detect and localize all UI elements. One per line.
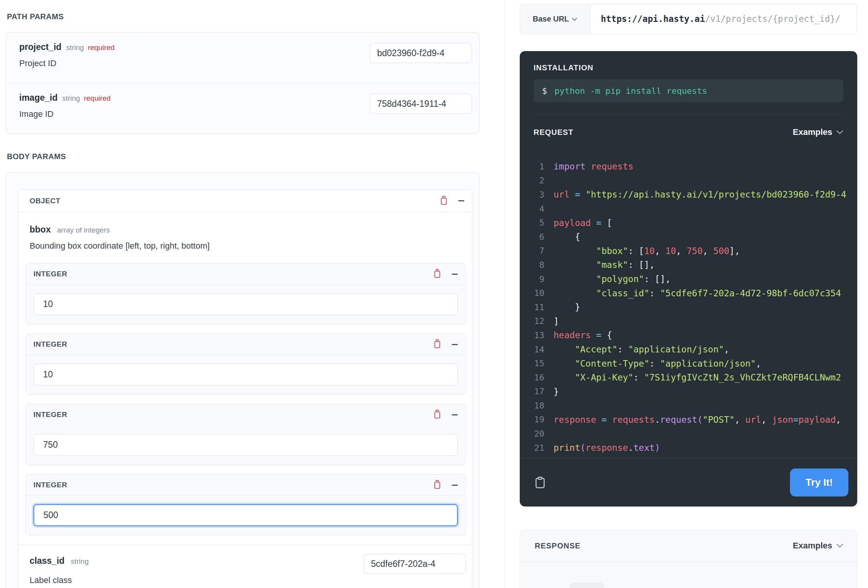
- delete-integer-button[interactable]: [433, 409, 441, 420]
- request-examples-dropdown[interactable]: Examples: [793, 127, 843, 137]
- code-line-15: 15 "Content-Type": "application/json",: [534, 356, 857, 370]
- integer-card-header: INTEGER: [26, 475, 466, 496]
- integer-card-3: INTEGER 500: [25, 474, 466, 535]
- code-text: "Content-Type": "application/json",: [554, 359, 761, 369]
- code-line-18: 18: [534, 399, 857, 413]
- line-number: 15: [534, 359, 544, 368]
- clipboard-icon: [535, 477, 545, 488]
- collapse-integer-button[interactable]: [452, 274, 458, 275]
- integer-type-label: INTEGER: [33, 410, 433, 419]
- integer-card-body: 750: [26, 425, 466, 465]
- param-name: image_id: [19, 93, 58, 103]
- integer-type-label: INTEGER: [33, 270, 433, 278]
- integer-input-0[interactable]: 10: [33, 293, 458, 315]
- class-id-field-name: class_id: [30, 556, 65, 566]
- trash-icon: [433, 480, 441, 490]
- collapse-integer-button[interactable]: [452, 344, 458, 345]
- integer-card-header: INTEGER: [26, 334, 466, 355]
- class-id-input[interactable]: 5cdfe6f7-202a-4: [364, 554, 466, 574]
- base-url-host: https://api.hasty.ai: [601, 14, 705, 24]
- integer-card-header: INTEGER: [26, 264, 466, 285]
- code-text: }: [554, 302, 580, 312]
- collapse-object-button[interactable]: [458, 200, 464, 201]
- project_id-input[interactable]: bd023960-f2d9-4: [370, 43, 472, 63]
- body-params-card: OBJECT bbox array of integers Bounding b…: [6, 172, 480, 588]
- delete-integer-button[interactable]: [433, 480, 441, 490]
- object-card-header: OBJECT: [18, 190, 473, 212]
- code-action-bar: Try It!: [520, 458, 857, 507]
- line-number: 4: [534, 204, 544, 214]
- integer-card-body: 10: [26, 355, 466, 394]
- trash-icon: [440, 196, 448, 206]
- line-number: 19: [534, 415, 544, 424]
- chevron-down-icon: [572, 17, 577, 21]
- object-card: OBJECT bbox array of integers Bounding b…: [18, 189, 473, 588]
- integer-input-1[interactable]: 10: [33, 364, 458, 385]
- code-text: "mask": [],: [554, 260, 655, 270]
- code-line-13: 13headers = {: [534, 328, 857, 342]
- object-type-label: OBJECT: [30, 197, 440, 205]
- shell-prompt: $: [542, 86, 547, 96]
- code-line-6: 6 {: [534, 230, 857, 244]
- image_id-input[interactable]: 758d4364-1911-4: [370, 94, 472, 114]
- copy-code-button[interactable]: [535, 477, 545, 488]
- trash-icon: [433, 339, 441, 350]
- trash-icon: [433, 269, 441, 279]
- code-text: "X-Api-Key": "7S1iyfgIVcZtN_2s_VhCZkt7eR…: [554, 372, 841, 382]
- response-examples-dropdown[interactable]: Examples: [793, 541, 843, 551]
- minus-icon: [458, 200, 464, 201]
- line-number: 1: [534, 162, 544, 171]
- code-text: print(response.text): [554, 443, 660, 453]
- delete-object-button[interactable]: [440, 196, 448, 206]
- body-params-heading: BODY PARAMS: [7, 152, 66, 161]
- bbox-field-header: bbox array of integers: [18, 212, 473, 235]
- code-text: "polygon": [],: [554, 274, 671, 284]
- code-text: }: [554, 387, 559, 397]
- code-line-9: 9 "polygon": [],: [534, 272, 857, 286]
- delete-integer-button[interactable]: [433, 269, 441, 279]
- integer-card-2: INTEGER 750: [25, 404, 466, 465]
- line-number: 20: [534, 429, 544, 439]
- response-header: RESPONSE Examples: [520, 530, 857, 562]
- install-command-text: python -m pip install requests: [554, 86, 707, 96]
- code-text: payload = [: [554, 218, 612, 228]
- integer-input-3[interactable]: 500: [33, 504, 458, 526]
- bbox-field-description: Bounding box coordinate [left, top, righ…: [18, 235, 473, 251]
- bbox-field-name: bbox: [30, 224, 51, 234]
- request-heading: REQUEST: [534, 128, 574, 137]
- line-number: 2: [534, 176, 544, 185]
- response-status-chip[interactable]: [570, 583, 604, 588]
- base-url-dropdown[interactable]: Base URL: [520, 4, 590, 34]
- integer-type-label: INTEGER: [33, 481, 433, 489]
- column-divider: [504, 0, 505, 588]
- base-url-bar: Base URL https://api.hasty.ai/v1/project…: [520, 4, 857, 34]
- code-line-19: 19response = requests.request("POST", ur…: [534, 413, 857, 427]
- code-line-17: 17}: [534, 385, 857, 399]
- code-line-4: 4: [534, 202, 857, 216]
- line-number: 16: [534, 373, 544, 382]
- collapse-integer-button[interactable]: [452, 485, 458, 486]
- minus-icon: [452, 344, 458, 345]
- line-number: 6: [534, 232, 544, 242]
- delete-integer-button[interactable]: [433, 339, 441, 350]
- installation-heading: INSTALLATION: [534, 51, 843, 72]
- collapse-integer-button[interactable]: [452, 414, 458, 415]
- try-it-button[interactable]: Try It!: [790, 468, 848, 497]
- line-number: 5: [534, 218, 544, 228]
- class-id-row: class_id string Label class 5cdfe6f7-202…: [18, 545, 473, 585]
- integer-input-2[interactable]: 750: [33, 434, 458, 456]
- param-type: string: [62, 94, 80, 102]
- base-url-value[interactable]: https://api.hasty.ai/v1/projects/{projec…: [590, 4, 857, 34]
- request-examples-label: Examples: [793, 127, 832, 137]
- code-text: "bbox": [10, 10, 750, 500],: [554, 246, 740, 256]
- response-heading: RESPONSE: [535, 541, 580, 550]
- code-line-11: 11 }: [534, 300, 857, 314]
- base-url-path: /v1/projects/{project_id}/: [705, 14, 840, 24]
- code-text: "Accept": "application/json",: [554, 344, 729, 354]
- code-line-7: 7 "bbox": [10, 10, 750, 500],: [534, 244, 857, 258]
- integer-card-header: INTEGER: [26, 404, 466, 425]
- code-text: import requests: [554, 161, 634, 171]
- code-line-12: 12]: [534, 314, 857, 329]
- code-line-8: 8 "mask": [],: [534, 258, 857, 272]
- code-line-21: 21print(response.text): [534, 441, 857, 455]
